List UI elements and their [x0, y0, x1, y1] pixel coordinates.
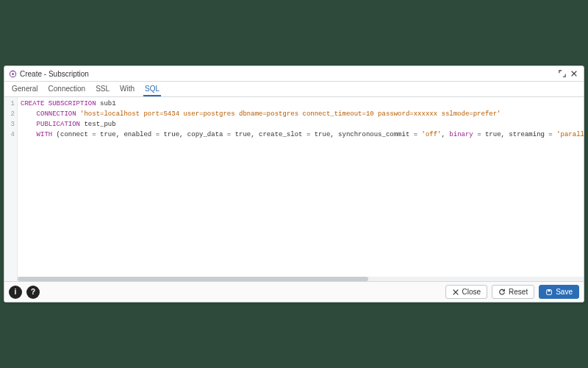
expand-icon[interactable]: [557, 68, 567, 79]
line-number: 2: [4, 109, 15, 119]
tab-ssl[interactable]: SSL: [94, 82, 111, 96]
tab-sql[interactable]: SQL: [143, 82, 161, 96]
code-line: PUBLICATION test_pub: [21, 119, 581, 130]
dialog-title: Create - Subscription: [20, 70, 89, 78]
tab-general[interactable]: General: [10, 82, 40, 96]
tab-bar: General Connection SSL With SQL: [4, 82, 584, 97]
create-subscription-dialog: Create - Subscription General Connection…: [4, 66, 584, 302]
line-number: 4: [4, 130, 15, 140]
scrollbar-thumb[interactable]: [18, 277, 368, 281]
horizontal-scrollbar[interactable]: [18, 277, 584, 281]
save-button[interactable]: Save: [539, 285, 579, 299]
help-button[interactable]: ?: [26, 286, 40, 299]
dialog-titlebar: Create - Subscription: [4, 66, 584, 82]
button-label: Reset: [509, 288, 528, 296]
tab-connection[interactable]: Connection: [47, 82, 87, 96]
code-line: CONNECTION 'host=localhost port=5434 use…: [21, 109, 581, 119]
close-button[interactable]: Close: [445, 285, 488, 299]
reset-button[interactable]: Reset: [492, 285, 534, 299]
dialog-footer: i ? Close Reset Save: [4, 281, 584, 302]
line-gutter: 1 2 3 4: [4, 97, 18, 281]
svg-rect-3: [548, 289, 551, 291]
sql-editor[interactable]: 1 2 3 4 CREATE SUBSCRIPTION sub1 CONNECT…: [4, 97, 584, 281]
line-number: 3: [4, 119, 15, 130]
code-area[interactable]: CREATE SUBSCRIPTION sub1 CONNECTION 'hos…: [18, 97, 584, 281]
code-line: WITH (connect = true, enabled = true, co…: [21, 130, 581, 140]
close-icon[interactable]: [569, 68, 579, 79]
subscription-icon: [9, 70, 17, 78]
line-number: 1: [4, 99, 15, 109]
svg-point-1: [12, 73, 14, 75]
tab-with[interactable]: With: [118, 82, 136, 96]
button-label: Close: [462, 288, 481, 296]
button-label: Save: [556, 288, 573, 296]
code-line: CREATE SUBSCRIPTION sub1: [21, 99, 581, 109]
info-button[interactable]: i: [9, 286, 22, 299]
